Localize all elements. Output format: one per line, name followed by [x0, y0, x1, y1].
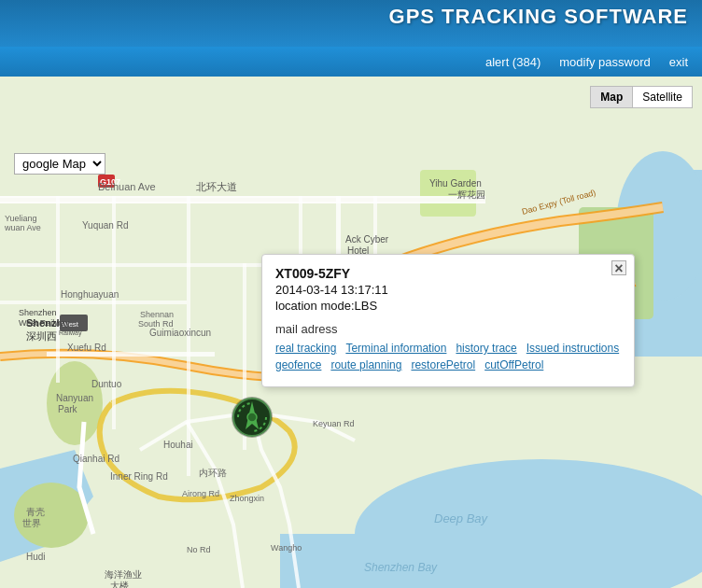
svg-text:Airong Rd: Airong Rd	[182, 489, 219, 498]
svg-text:海洋渔业: 海洋渔业	[105, 569, 142, 580]
svg-rect-13	[0, 263, 280, 267]
terminal-info-link[interactable]: Terminal information	[345, 342, 446, 355]
svg-rect-11	[0, 198, 485, 202]
svg-point-8	[47, 361, 103, 445]
svg-text:Wangho: Wangho	[271, 543, 302, 553]
svg-rect-15	[56, 196, 60, 383]
svg-rect-16	[112, 196, 116, 429]
map-marker[interactable]	[229, 394, 275, 441]
svg-text:北环大道: 北环大道	[196, 181, 237, 192]
issued-instructions-link[interactable]: Issued instructions	[526, 342, 619, 355]
svg-text:Hudi: Hudi	[26, 552, 46, 562]
svg-text:Honghuayuan: Honghuayuan	[61, 289, 119, 300]
svg-text:Keyuan Rd: Keyuan Rd	[313, 419, 355, 428]
exit-link[interactable]: exit	[669, 55, 688, 69]
svg-text:Park: Park	[58, 404, 78, 414]
svg-text:Yueliang: Yueliang	[5, 214, 37, 223]
svg-rect-2	[280, 534, 653, 588]
svg-text:Qianhai Rd: Qianhai Rd	[73, 454, 119, 464]
satellite-button[interactable]: Satellite	[633, 87, 692, 107]
modify-password-link[interactable]: modify password	[559, 55, 651, 69]
location-mode-value: LBS	[355, 299, 378, 313]
geofence-link[interactable]: geofence	[275, 358, 321, 371]
location-mode: location mode:LBS	[275, 299, 621, 313]
links-row-2: geofence route planning restorePetrol cu…	[275, 358, 621, 371]
svg-text:世界: 世界	[22, 518, 41, 528]
svg-text:Nanyuan: Nanyuan	[56, 393, 93, 403]
map-container: G107 Beihuan Ave 北环大道 Shenzhen 深圳西 Xuefu…	[0, 77, 702, 588]
map-select-area[interactable]: google MapBing MapOSM Map	[14, 153, 105, 175]
svg-text:大楼: 大楼	[110, 581, 129, 588]
svg-text:一辉花园: 一辉花园	[448, 189, 485, 200]
svg-text:Guimiaoxincun: Guimiaoxincun	[149, 328, 211, 338]
svg-text:No Rd: No Rd	[187, 545, 211, 554]
svg-point-7	[14, 483, 89, 548]
svg-text:wuan Ave: wuan Ave	[4, 223, 41, 232]
svg-text:Houhai: Houhai	[163, 440, 193, 450]
svg-text:Zhongxin: Zhongxin	[230, 494, 264, 503]
alert-link[interactable]: alert (384)	[485, 55, 541, 69]
app-title: GPS TRACKING SOFTWARE	[389, 5, 688, 29]
restore-petrol-link[interactable]: restorePetrol	[411, 358, 475, 371]
svg-text:Shennan: Shennan	[140, 310, 174, 319]
navbar: alert (384) modify password exit	[0, 47, 702, 77]
close-button[interactable]: ×	[611, 260, 626, 275]
map-select[interactable]: google MapBing MapOSM Map	[14, 153, 105, 175]
svg-text:Railway: Railway	[59, 329, 82, 337]
real-tracking-link[interactable]: real tracking	[275, 342, 336, 355]
links-row-1: real tracking Terminal information histo…	[275, 342, 621, 355]
timestamp: 2014-03-14 13:17:11	[275, 283, 621, 297]
route-planning-link[interactable]: route planning	[330, 358, 401, 371]
svg-text:South Rd: South Rd	[138, 319, 174, 329]
svg-text:深圳西: 深圳西	[26, 330, 57, 342]
svg-text:青壳: 青壳	[26, 507, 45, 517]
location-mode-label: location mode:	[275, 299, 355, 313]
svg-text:Yihu Garden: Yihu Garden	[429, 178, 482, 189]
svg-text:Deep Bay: Deep Bay	[434, 511, 489, 525]
map-button[interactable]: Map	[591, 87, 633, 107]
svg-text:Xuefu Rd: Xuefu Rd	[67, 343, 106, 353]
svg-text:Inner Ring Rd: Inner Ring Rd	[110, 471, 168, 482]
info-popup: × XT009-5ZFY 2014-03-14 13:17:11 locatio…	[261, 254, 635, 387]
svg-rect-14	[0, 301, 187, 304]
history-trace-link[interactable]: history trace	[456, 342, 516, 355]
svg-text:Beihuan Ave: Beihuan Ave	[98, 181, 156, 192]
svg-point-70	[247, 413, 257, 422]
svg-text:West Railway: West Railway	[19, 318, 70, 328]
svg-text:Duntuo: Duntuo	[91, 379, 122, 389]
map-type-toggle[interactable]: Map Satellite	[590, 86, 693, 108]
svg-text:Shenzhen Bay: Shenzhen Bay	[364, 561, 438, 574]
svg-text:Shenzhen: Shenzhen	[19, 308, 57, 317]
svg-text:Ack Cyber: Ack Cyber	[345, 234, 389, 245]
svg-text:内环路: 内环路	[199, 468, 227, 478]
cutoff-petrol-link[interactable]: cutOffPetrol	[484, 358, 543, 371]
header: GPS TRACKING SOFTWARE	[0, 0, 702, 47]
mail-address-label: mail adress	[275, 322, 621, 336]
device-id: XT009-5ZFY	[275, 266, 621, 281]
svg-text:Yuquan Rd: Yuquan Rd	[82, 220, 129, 231]
